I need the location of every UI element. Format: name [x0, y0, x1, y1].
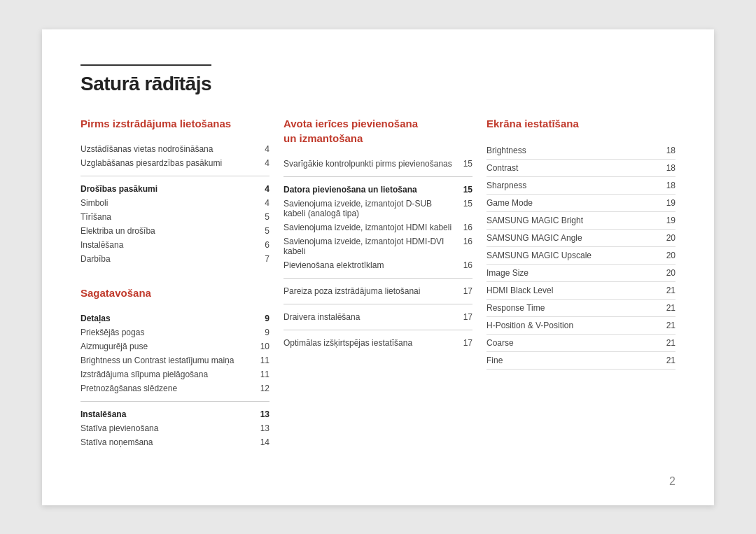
- list-item: Pievienošana elektrotīklam 16: [284, 258, 472, 272]
- list-item: Contrast 18: [486, 160, 676, 177]
- divider: [284, 330, 472, 330]
- list-item: Priekšējās pogas 9: [80, 325, 270, 339]
- list-item: Brightness 18: [486, 142, 676, 160]
- section-title-pirms: Pirms izstrādājuma lietošanas: [80, 116, 270, 131]
- divider: [284, 176, 472, 177]
- page: Saturā rādītājs Pirms izstrādājuma lieto…: [42, 29, 714, 505]
- list-item: Pretnozāgšanas slēdzene 12: [80, 381, 270, 395]
- left-section-2-rows: Detaļas 9 Priekšējās pogas 9 Aizmugurējā…: [80, 311, 270, 449]
- list-item: Statīva pievienošana 13: [80, 421, 270, 435]
- list-item: Aizmugurējā puse 10: [80, 339, 270, 353]
- list-item: Statīva noņemšana 14: [80, 435, 270, 449]
- page-number: 2: [669, 475, 676, 488]
- list-item: Savienojuma izveide, izmantojot HDMI-DVI…: [284, 234, 472, 258]
- list-item: Coarse 21: [486, 335, 676, 352]
- list-item: Response Time 21: [486, 300, 676, 317]
- section-title-avota: Avota ierīces pievienošana un izmantošan…: [284, 116, 472, 146]
- list-item: Instalēšana 13: [80, 407, 270, 421]
- list-item: Draivera instalēšana 17: [284, 310, 472, 324]
- section-ekrana: Ekrāna iestatīšana Brightness 18 Contras…: [486, 116, 676, 370]
- right-column: Ekrāna iestatīšana Brightness 18 Contras…: [486, 116, 676, 449]
- list-item: Uzstādīšanas vietas nodrošināšana 4: [80, 142, 270, 156]
- list-item: Game Mode 19: [486, 195, 676, 212]
- list-item: Savienojuma izveide, izmantojot D-SUB ka…: [284, 197, 472, 220]
- list-item: Drošības pasākumi 4: [80, 182, 270, 196]
- list-item: Elektriba un drošība 5: [80, 224, 270, 238]
- list-item: H-Position & V-Position 21: [486, 317, 676, 335]
- section-title-ekrana: Ekrāna iestatīšana: [486, 116, 676, 131]
- list-item: Brightness un Contrast iestatījumu maiņa…: [80, 353, 270, 367]
- section-title-sagatavosana: Sagatavošana: [80, 286, 270, 300]
- list-item: Optimālas izšķirtspējas iestatīšana 17: [284, 336, 472, 350]
- list-item: Uzglabāšanas piesardzības pasākumi 4: [80, 156, 270, 170]
- title-area: Saturā rādītājs: [80, 64, 211, 95]
- spacer: [80, 266, 270, 286]
- divider: [284, 278, 472, 279]
- content-columns: Pirms izstrādājuma lietošanas Uzstādīšan…: [80, 116, 676, 449]
- list-item: SAMSUNG MAGIC Upscale 20: [486, 247, 676, 265]
- list-item: Fine 21: [486, 352, 676, 370]
- left-section-0-rows: Uzstādīšanas vietas nodrošināšana 4 Uzgl…: [80, 142, 270, 266]
- list-item: Detaļas 9: [80, 311, 270, 325]
- section-sagatavosana: Sagatavošana Detaļas 9 Priekšējās pogas …: [80, 286, 270, 449]
- list-item: Izstrādājuma slīpuma pielāgošana 11: [80, 367, 270, 381]
- section-pirms: Pirms izstrādājuma lietošanas Uzstādīšan…: [80, 116, 270, 266]
- middle-rows: Svarīgākie kontrolpunkti pirms pievienoš…: [284, 157, 472, 350]
- divider: [80, 176, 270, 176]
- divider: [284, 304, 472, 304]
- list-item: Savienojuma izveide, izmantojot HDMI kab…: [284, 220, 472, 234]
- list-item: Svarīgākie kontrolpunkti pirms pievienoš…: [284, 157, 472, 171]
- list-item: Darbība 7: [80, 252, 270, 266]
- list-item: Instalēšana 6: [80, 238, 270, 252]
- list-item: SAMSUNG MAGIC Bright 19: [486, 212, 676, 230]
- list-item: SAMSUNG MAGIC Angle 20: [486, 230, 676, 247]
- list-item: HDMI Black Level 21: [486, 282, 676, 300]
- list-item: Pareiza poza izstrādājuma lietošanai 17: [284, 284, 472, 298]
- divider: [80, 401, 270, 402]
- section-avota: Avota ierīces pievienošana un izmantošan…: [284, 116, 472, 350]
- left-column: Pirms izstrādājuma lietošanas Uzstādīšan…: [80, 116, 284, 449]
- list-item: Tīrīšana 5: [80, 210, 270, 224]
- middle-column: Avota ierīces pievienošana un izmantošan…: [284, 116, 486, 449]
- list-item: Image Size 20: [486, 265, 676, 282]
- right-rows: Brightness 18 Contrast 18 Sharpness 18 G…: [486, 142, 676, 370]
- page-title: Saturā rādītājs: [80, 73, 211, 95]
- list-item: Simboli 4: [80, 196, 270, 210]
- list-item: Sharpness 18: [486, 177, 676, 195]
- list-item: Datora pievienošana un lietošana 15: [284, 183, 472, 197]
